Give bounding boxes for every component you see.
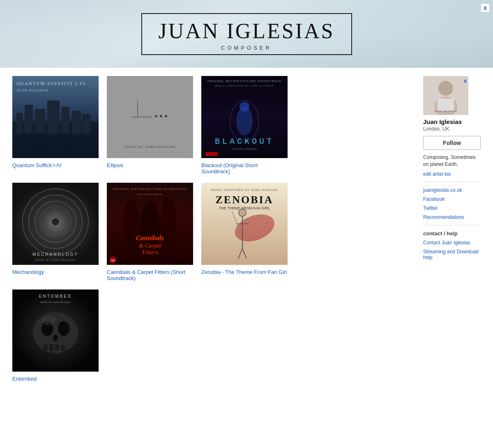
svg-rect-5 — [47, 101, 60, 133]
svg-text:JUAN IGLESIAS: JUAN IGLESIAS — [434, 110, 458, 113]
svg-rect-4 — [35, 109, 45, 133]
svg-rect-74 — [438, 99, 454, 111]
artist-sidebar: JUAN IGLESIAS x Juan Iglesias London, UK… — [423, 76, 481, 440]
album-cover-ellipsis: MUSIC BY JUAN IGLESIAS — [107, 76, 193, 158]
svg-point-65 — [53, 335, 58, 341]
svg-text:BLACKOUT: BLACKOUT — [215, 137, 274, 146]
artist-bio: Composing. Sometimes on planet Earth. — [423, 154, 481, 168]
svg-text:& Carpet: & Carpet — [139, 243, 161, 249]
album-title-zenobia[interactable]: Zenobia - The Theme From Fan Girl — [201, 269, 288, 275]
svg-text:QUANTUM SUFFICIT I-IV: QUANTUM SUFFICIT I-IV — [16, 81, 86, 86]
svg-rect-69 — [61, 345, 65, 351]
album-title-quantum[interactable]: Quantum Sufficit I-IV — [12, 162, 99, 168]
header-close-button[interactable]: x — [481, 3, 490, 12]
svg-rect-66 — [44, 345, 48, 351]
album-item[interactable]: ORIGINAL MOTION PICTURE SOUNDTRACK MUSIC… — [201, 76, 288, 175]
edit-artist-bio-link[interactable]: edit artist bio — [423, 171, 481, 177]
artist-header-title: JUAN IGLESIAS — [159, 19, 335, 43]
album-cover-mechanology: MECHANOLOGY MUSIC BY JUAN IGLESIAS — [12, 183, 99, 265]
artist-photo: JUAN IGLESIAS — [423, 76, 468, 115]
svg-rect-8 — [82, 114, 90, 133]
albums-section: QUANTUM SUFFICIT I-IV JUAN IGLESIAS Quan… — [12, 76, 415, 440]
svg-rect-2 — [16, 113, 23, 133]
album-title-cannibals[interactable]: Cannibals & Carpet Fitters (Short Soundt… — [107, 269, 193, 281]
svg-point-16 — [165, 115, 167, 117]
twitter-link[interactable]: Twitter — [423, 205, 481, 211]
sidebar-divider-2 — [423, 225, 481, 225]
svg-rect-6 — [62, 107, 69, 133]
header-title-box: JUAN IGLESIAS COMPOSER — [141, 13, 352, 55]
svg-text:ENTOMBED: ENTOMBED — [39, 294, 72, 299]
svg-rect-3 — [25, 105, 33, 133]
svg-point-34 — [51, 218, 60, 226]
svg-text:ORIGINAL MOTION PICTURE SOUNDT: ORIGINAL MOTION PICTURE SOUNDTRACK — [113, 188, 187, 191]
album-title-ellipsis[interactable]: Ellipsis — [107, 162, 193, 168]
svg-point-15 — [160, 115, 162, 117]
artist-website-link[interactable]: juaniglesias.co.uk — [423, 187, 481, 193]
svg-text:ORIGINAL MOTION PICTURE SOUNDT: ORIGINAL MOTION PICTURE SOUNDTRACK — [207, 80, 282, 83]
svg-text:MUSIC COMPOSED BY JUAN IGLESIA: MUSIC COMPOSED BY JUAN IGLESIAS — [215, 85, 274, 87]
album-item[interactable]: ORIGINAL MOTION PICTURE SOUNDTRACK Music… — [107, 183, 193, 281]
svg-text:Cannibals: Cannibals — [136, 234, 164, 241]
svg-point-22 — [240, 102, 249, 112]
streaming-help-link[interactable]: Streaming and Download help — [423, 249, 481, 260]
svg-rect-26 — [205, 152, 218, 156]
svg-text:JUAN IGLESIAS: JUAN IGLESIAS — [16, 88, 48, 92]
svg-text:MUSIC BY JUAN IGLESIAS: MUSIC BY JUAN IGLESIAS — [40, 301, 71, 303]
svg-point-54 — [239, 209, 246, 216]
album-item[interactable]: MUSIC BY JUAN IGLESIAS Ellipsis — [107, 76, 193, 175]
artist-location: London, UK — [423, 126, 481, 132]
svg-text:MUSIC COMPOSED BY JUAN IGLESIA: MUSIC COMPOSED BY JUAN IGLESIAS — [211, 188, 278, 191]
album-cover-zenobia: MUSIC COMPOSED BY JUAN IGLESIAS ZENOBIA … — [201, 183, 288, 265]
svg-text:Music By Juan Iglesias: Music By Juan Iglesias — [137, 193, 162, 195]
artist-header-subtitle: COMPOSER — [159, 45, 335, 51]
album-cover-quantum: QUANTUM SUFFICIT I-IV JUAN IGLESIAS — [12, 76, 99, 158]
sidebar-divider — [423, 182, 481, 182]
album-title-mechanology[interactable]: Mechanology — [12, 269, 99, 275]
artist-name: Juan Iglesias — [423, 118, 481, 125]
album-cover-entombed: ENTOMBED MUSIC BY JUAN IGLESIAS — [12, 289, 99, 372]
album-title-blackout[interactable]: Blackout (Original Short Soundtrack) — [201, 162, 288, 175]
svg-point-70 — [42, 315, 57, 325]
albums-grid: QUANTUM SUFFICIT I-IV JUAN IGLESIAS Quan… — [12, 76, 415, 382]
follow-button[interactable]: Follow — [423, 136, 481, 150]
svg-text:A ORIGINAL ORIGINAL: A ORIGINAL ORIGINAL — [231, 148, 258, 150]
album-cover-blackout: ORIGINAL MOTION PICTURE SOUNDTRACK MUSIC… — [201, 76, 288, 158]
svg-text:Fitters: Fitters — [142, 249, 158, 255]
svg-rect-7 — [72, 111, 81, 133]
album-title-entombed[interactable]: Entombed — [12, 376, 99, 382]
svg-point-72 — [438, 81, 453, 96]
album-cover-cannibals: ORIGINAL MOTION PICTURE SOUNDTRACK Music… — [107, 183, 193, 265]
facebook-link[interactable]: Facebook — [423, 196, 481, 202]
svg-text:SP: SP — [111, 259, 115, 262]
svg-text:ZENOBIA: ZENOBIA — [216, 194, 274, 206]
contact-section-label: contact / help — [423, 230, 481, 237]
svg-point-14 — [155, 115, 157, 117]
contact-link[interactable]: Contact Juan Iglesias — [423, 240, 481, 246]
svg-text:MUSIC BY JUAN IGLESIAS: MUSIC BY JUAN IGLESIAS — [35, 259, 75, 261]
svg-rect-68 — [55, 344, 59, 351]
svg-text:MECHANOLOGY: MECHANOLOGY — [32, 252, 78, 257]
artist-card: JUAN IGLESIAS x Juan Iglesias London, UK… — [423, 76, 481, 260]
album-item[interactable]: MUSIC COMPOSED BY JUAN IGLESIAS ZENOBIA … — [201, 183, 288, 281]
album-item[interactable]: MECHANOLOGY MUSIC BY JUAN IGLESIAS Mecha… — [12, 183, 99, 281]
album-item[interactable]: ENTOMBED MUSIC BY JUAN IGLESIAS — [12, 289, 99, 382]
artist-card-close-button[interactable]: x — [464, 78, 467, 84]
artist-photo-container: JUAN IGLESIAS x — [423, 76, 468, 115]
svg-rect-67 — [49, 344, 53, 351]
recommendations-link[interactable]: Recommendations — [423, 214, 481, 220]
main-content: QUANTUM SUFFICIT I-IV JUAN IGLESIAS Quan… — [0, 68, 493, 448]
page-header: JUAN IGLESIAS COMPOSER x — [0, 0, 493, 68]
svg-text:MUSIC BY JUAN IGLESIAS: MUSIC BY JUAN IGLESIAS — [125, 145, 175, 149]
svg-point-64 — [58, 321, 69, 336]
album-item[interactable]: QUANTUM SUFFICIT I-IV JUAN IGLESIAS Quan… — [12, 76, 99, 175]
